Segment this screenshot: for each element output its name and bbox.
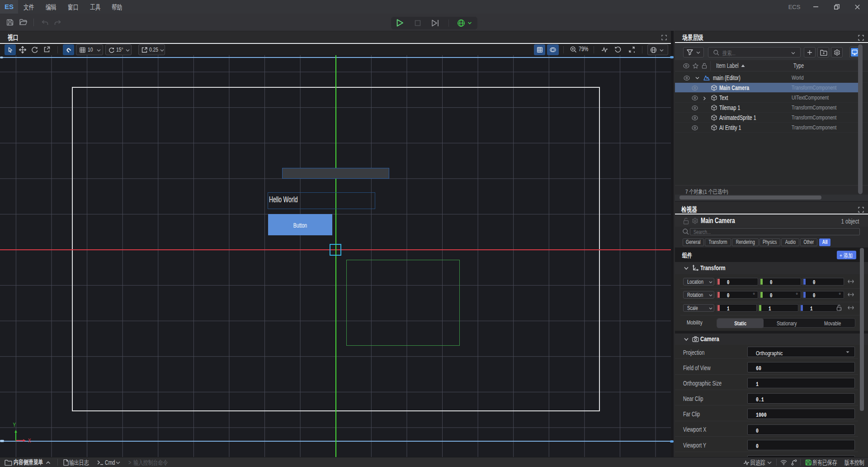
svg-text:X: X — [28, 438, 31, 443]
svg-text:Y: Y — [13, 422, 15, 428]
